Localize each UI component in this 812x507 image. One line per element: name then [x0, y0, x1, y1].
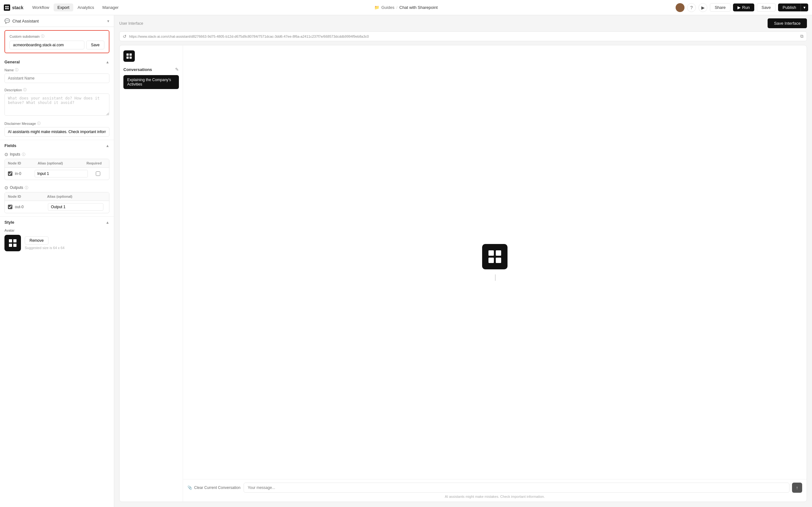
main-layout: 💬 Chat Assistant ▾ Custom subdomain ⓘ Sa… — [0, 15, 812, 507]
name-input[interactable] — [4, 73, 109, 83]
disclaimer-info-icon: ⓘ — [37, 121, 41, 126]
tab-analytics[interactable]: Analytics — [74, 3, 98, 11]
general-toggle-icon: ▲ — [106, 60, 109, 64]
ui-label: User Interface — [119, 21, 143, 26]
publish-button[interactable]: Publish — [778, 3, 801, 11]
clear-conversation-button[interactable]: 📎 Clear Current Conversation — [188, 486, 241, 490]
input-nodeid: in-0 — [15, 171, 35, 176]
subdomain-label: Custom subdomain ⓘ — [9, 34, 104, 39]
output-alias-field[interactable] — [48, 203, 103, 211]
refresh-icon[interactable]: ↺ — [123, 34, 126, 39]
input-alias-field[interactable] — [35, 170, 88, 177]
table-row: out-0 — [5, 201, 109, 213]
panel-header: 💬 Chat Assistant ▾ — [0, 15, 114, 27]
general-section-header[interactable]: General ▲ — [0, 56, 114, 66]
right-topbar: User Interface Save Interface — [114, 15, 812, 32]
avatar-row: Remove Suggested size is 64 x 64 — [4, 235, 109, 251]
copy-icon[interactable]: ⧉ — [800, 34, 803, 39]
url-text: https://www.stack-ai.com/chat-assistant/… — [129, 35, 798, 38]
run-icon-button[interactable]: ▶ — [699, 3, 707, 12]
conversation-item[interactable]: Explaining the Company's Activities — [123, 75, 179, 89]
col-alias2-header: Alias (optional) — [47, 194, 106, 199]
subdomain-save-button[interactable]: Save — [86, 41, 104, 49]
svg-rect-5 — [13, 239, 16, 242]
tab-export[interactable]: Export — [54, 3, 73, 11]
logo-icon — [4, 4, 10, 11]
description-field: Description ⓘ — [0, 86, 114, 120]
output-row-checkbox[interactable] — [8, 205, 12, 209]
inputs-icon: ⊙ — [4, 152, 8, 157]
avatar-section: Avatar Remove Suggested size is 64 x 64 — [0, 227, 114, 255]
preview-bottom-top: 📎 Clear Current Conversation ↑ — [188, 483, 802, 493]
avatar-label: Avatar — [4, 228, 109, 232]
subdomain-section: Custom subdomain ⓘ Save — [4, 30, 109, 53]
message-input[interactable] — [244, 483, 790, 493]
col-alias-header: Alias (optional) — [38, 161, 82, 165]
disclaimer-field: Disclaimer Message ⓘ — [0, 120, 114, 140]
folder-icon: 📁 — [374, 5, 379, 10]
col-nodeid2-header: Node ID — [8, 194, 47, 199]
conversations-title: Conversations — [123, 67, 152, 72]
subdomain-row: Save — [9, 41, 104, 49]
run-label: Run — [742, 5, 750, 10]
tab-manager[interactable]: Manager — [99, 3, 122, 11]
svg-rect-10 — [126, 56, 129, 59]
svg-rect-7 — [13, 244, 16, 247]
svg-rect-6 — [9, 244, 12, 247]
panel-header-title: 💬 Chat Assistant — [4, 18, 39, 23]
svg-rect-12 — [489, 250, 494, 256]
run-button[interactable]: ▶ Run — [733, 3, 754, 11]
svg-rect-1 — [7, 6, 9, 7]
svg-rect-3 — [7, 8, 9, 9]
col-nodeid-header: Node ID — [8, 161, 38, 165]
nav-right: ? ▶ Share ▶ Run Save Publish ▾ — [676, 3, 808, 12]
chat-icon: 💬 — [4, 18, 10, 23]
share-button[interactable]: Share — [710, 3, 730, 12]
svg-rect-14 — [489, 258, 494, 263]
publish-dropdown-button[interactable]: ▾ — [801, 3, 808, 11]
general-title: General — [4, 60, 20, 64]
send-button[interactable]: ↑ — [792, 483, 802, 493]
required-checkbox[interactable] — [96, 171, 100, 176]
save-button[interactable]: Save — [757, 3, 776, 12]
help-button[interactable]: ? — [687, 3, 696, 12]
svg-rect-2 — [5, 8, 7, 9]
required-col — [90, 171, 106, 176]
input-row-checkbox[interactable] — [8, 171, 12, 176]
svg-rect-0 — [5, 6, 7, 7]
col-required-header: Required — [82, 161, 106, 165]
style-title: Style — [4, 220, 14, 225]
panel-header-dropdown[interactable]: ▾ — [107, 19, 109, 23]
description-textarea[interactable] — [4, 94, 109, 116]
outputs-table-header: Node ID Alias (optional) — [5, 192, 109, 201]
inputs-sub-section: ⊙ Inputs ⓘ — [0, 150, 114, 158]
output-nodeid: out-0 — [15, 205, 48, 209]
style-section-header[interactable]: Style ▲ — [0, 217, 114, 227]
avatar-preview — [4, 235, 21, 251]
nav-tabs: Workflow Export Analytics Manager — [29, 3, 122, 11]
disclaimer-input[interactable] — [4, 127, 109, 136]
svg-rect-13 — [496, 250, 501, 256]
inputs-table: Node ID Alias (optional) Required in-0 — [4, 159, 109, 180]
tab-workflow[interactable]: Workflow — [29, 3, 53, 11]
svg-rect-4 — [9, 239, 12, 242]
panel-title: Chat Assistant — [12, 19, 39, 23]
subdomain-input[interactable] — [9, 41, 84, 49]
preview-conversations-header: Conversations ✎ — [123, 67, 179, 72]
preview-main: 📎 Clear Current Conversation ↑ AI assist… — [183, 45, 807, 502]
logo-text: stack — [12, 5, 23, 10]
inputs-label: ⊙ Inputs ⓘ — [4, 152, 109, 157]
save-interface-button[interactable]: Save Interface — [768, 18, 807, 28]
edit-icon[interactable]: ✎ — [175, 67, 179, 72]
preview-logo — [123, 50, 135, 62]
disclaimer-label: Disclaimer Message ⓘ — [4, 121, 109, 126]
breadcrumb: 📁 Guides / Chat with Sharepoint — [374, 5, 438, 10]
fields-section-header[interactable]: Fields ▲ — [0, 140, 114, 150]
remove-avatar-button[interactable]: Remove — [25, 236, 49, 245]
outputs-table: Node ID Alias (optional) out-0 — [4, 192, 109, 213]
svg-rect-15 — [496, 258, 501, 263]
text-cursor — [495, 274, 496, 281]
name-info-icon: ⓘ — [15, 67, 18, 72]
outputs-sub-section: ⊙ Outputs ⓘ — [0, 183, 114, 191]
outputs-label: ⊙ Outputs ⓘ — [4, 185, 109, 190]
